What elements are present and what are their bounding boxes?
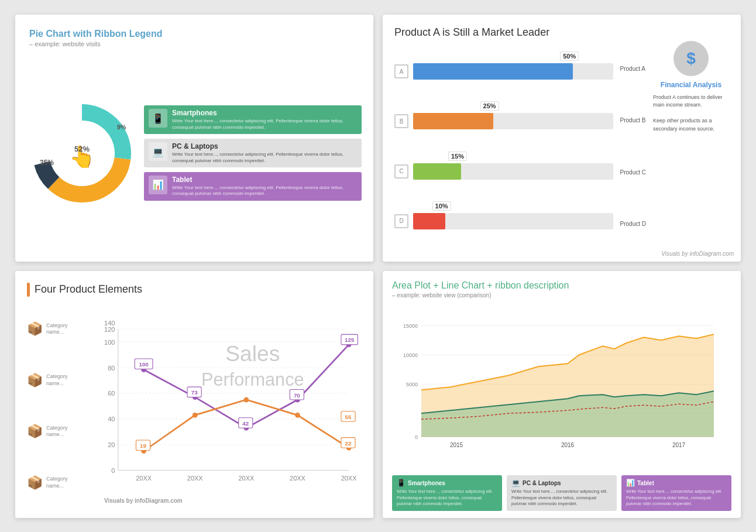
s4-legend-smartphones-desc: Write Your text here..., consectetur adi… xyxy=(397,489,497,507)
slide-four-products: Four Product Elements 📦 Category name...… xyxy=(15,271,373,518)
bar-row-b: B 25% xyxy=(394,113,613,129)
cat-text-2: Category name... xyxy=(46,373,85,387)
slide4-subtitle: – example: website view (comparison) xyxy=(392,292,731,298)
cat-text-1: Category name... xyxy=(46,322,85,336)
legend-items: 📱 Smartphones Write Your text here..., c… xyxy=(144,105,362,200)
s4-legend-pclaptops-header: 💻 PC & Laptops xyxy=(511,479,612,487)
category-item-1: 📦 Category name... xyxy=(27,321,85,337)
legend-pclaptops: 💻 PC & Laptops Write Your text here..., … xyxy=(144,139,362,167)
svg-text:70: 70 xyxy=(294,392,300,398)
legend-pclaptops-text: PC & Laptops Write Your text here..., co… xyxy=(172,142,357,164)
s4-laptop-icon: 💻 xyxy=(511,479,520,487)
bar-fill-c: 15% xyxy=(413,163,461,180)
svg-text:0: 0 xyxy=(111,466,115,473)
s4-legend-smartphones-title: Smartphones xyxy=(408,480,445,486)
svg-text:100: 100 xyxy=(139,361,149,368)
bar-fill-a: 50% xyxy=(413,63,573,80)
product-c-label: Product C xyxy=(620,164,646,180)
pie-label-35pct: 35% xyxy=(40,159,54,167)
svg-point-46 xyxy=(295,412,300,417)
bar-fill-b: 25% xyxy=(413,113,493,129)
bar-label-c: C xyxy=(394,164,408,179)
financial-desc: Product A continues to deliver main inco… xyxy=(653,94,729,133)
s4-legend-tablet-header: 📊 Tablet xyxy=(626,479,727,487)
s4-legend-tablet-title: Tablet xyxy=(637,480,654,486)
svg-text:20XX: 20XX xyxy=(341,475,357,482)
category-item-2: 📦 Category name... xyxy=(27,373,85,388)
cat-icon-2: 📦 xyxy=(27,373,43,388)
orange-accent-bar xyxy=(27,283,30,297)
s4-legend-smartphones: 📱 Smartphones Write Your text here..., c… xyxy=(392,475,502,511)
legend-smartphones-title: Smartphones xyxy=(172,109,357,117)
s4-tablet-icon: 📊 xyxy=(626,479,635,487)
area-chart: 15000 10000 5000 0 2015 2016 2017 xyxy=(392,303,731,471)
slide3-content: 📦 Category name... 📦 Category name... 📦 … xyxy=(27,304,362,509)
financial-box: $ Financial Analysis Product A continues… xyxy=(653,41,729,252)
bar-row-d: D 10% xyxy=(394,213,613,229)
svg-text:80: 80 xyxy=(108,364,115,371)
svg-text:20: 20 xyxy=(108,441,115,448)
financial-title: Financial Analysis xyxy=(653,81,729,89)
slide3-header: Four Product Elements xyxy=(27,283,362,297)
svg-text:Sales: Sales xyxy=(225,341,280,366)
s4-legend-pclaptops: 💻 PC & Laptops Write Your text here..., … xyxy=(507,475,617,511)
svg-text:20XX: 20XX xyxy=(290,475,305,482)
s4-legend-tablet: 📊 Tablet Write Your text here..., consec… xyxy=(621,475,731,511)
svg-text:Performance: Performance xyxy=(201,369,304,389)
slide-market-leader: Product A is Still a Market Leader A 50%… xyxy=(383,15,741,262)
category-item-4: 📦 Category name... xyxy=(27,475,85,490)
slide-pie-chart: Pie Chart with Ribbon Legend – example: … xyxy=(15,15,373,262)
svg-text:22: 22 xyxy=(345,440,352,446)
legend-smartphones-text: Smartphones Write Your text here..., con… xyxy=(172,109,357,131)
s4-legend-pclaptops-desc: Write Your text here..., consectetur adi… xyxy=(511,489,612,507)
bar-fill-d: 10% xyxy=(413,213,445,229)
svg-text:5000: 5000 xyxy=(406,382,418,387)
svg-text:120: 120 xyxy=(104,325,115,332)
svg-text:55: 55 xyxy=(345,413,352,420)
bar-track-d: 10% xyxy=(413,213,613,229)
slide1-content: 👆 9% 52% 35% 📱 Smartphones Write Your te… xyxy=(29,54,362,252)
cat-text-4: Category name... xyxy=(46,476,85,489)
bar-chart: A 50% B 25% xyxy=(394,41,613,252)
svg-text:15000: 15000 xyxy=(403,323,418,329)
slide3-watermark: Visuals by infoDiagram.com xyxy=(104,497,183,504)
product-labels: Product A Product B Product C Product D xyxy=(620,41,646,252)
s4-legend-smartphones-header: 📱 Smartphones xyxy=(397,479,497,487)
main-canvas: Pie Chart with Ribbon Legend – example: … xyxy=(15,15,741,518)
smartphone-icon: 📱 xyxy=(149,109,167,128)
pie-label-9pct: 9% xyxy=(117,123,126,131)
bar-label-b: B xyxy=(394,114,408,128)
bar-label-d: D xyxy=(394,214,408,228)
svg-text:20XX: 20XX xyxy=(238,475,254,482)
svg-text:73: 73 xyxy=(191,389,198,396)
svg-text:60: 60 xyxy=(108,390,115,397)
pie-chart: 👆 9% 52% 35% xyxy=(29,101,135,206)
slide3-title: Four Product Elements xyxy=(35,283,142,296)
legend-pclaptops-desc: Write Your text here..., consectetur adi… xyxy=(172,152,357,164)
product-b-label: Product B xyxy=(620,112,646,129)
bar-track-a: 50% xyxy=(413,63,613,80)
cat-text-3: Category name... xyxy=(46,425,85,438)
s4-legend-pclaptops-title: PC & Laptops xyxy=(523,480,561,486)
legend-tablet-title: Tablet xyxy=(172,176,357,184)
bar-label-a: A xyxy=(394,64,408,78)
bar-pct-c: 15% xyxy=(448,152,467,161)
slide4-legend: 📱 Smartphones Write Your text here..., c… xyxy=(392,475,731,511)
category-item-3: 📦 Category name... xyxy=(27,424,85,439)
svg-text:40: 40 xyxy=(108,416,115,423)
product-a-label: Product A xyxy=(620,61,646,77)
slide2-title: Product A is Still a Market Leader xyxy=(394,26,729,39)
bar-pct-a: 50% xyxy=(560,52,579,61)
svg-text:20XX: 20XX xyxy=(136,475,152,482)
svg-point-45 xyxy=(243,397,249,402)
cat-icon-1: 📦 xyxy=(27,321,43,337)
legend-smartphones-desc: Write Your text here..., consectetur adi… xyxy=(172,118,357,131)
pie-label-52pct: 52% xyxy=(74,145,90,153)
legend-tablet-desc: Write Your text here..., consectetur adi… xyxy=(172,185,357,197)
svg-text:19: 19 xyxy=(140,442,146,449)
svg-text:2017: 2017 xyxy=(672,442,686,448)
svg-text:2015: 2015 xyxy=(450,442,463,448)
svg-text:140: 140 xyxy=(104,320,115,327)
legend-tablet: 📊 Tablet Write Your text here..., consec… xyxy=(144,172,362,201)
legend-pclaptops-title: PC & Laptops xyxy=(172,142,357,150)
